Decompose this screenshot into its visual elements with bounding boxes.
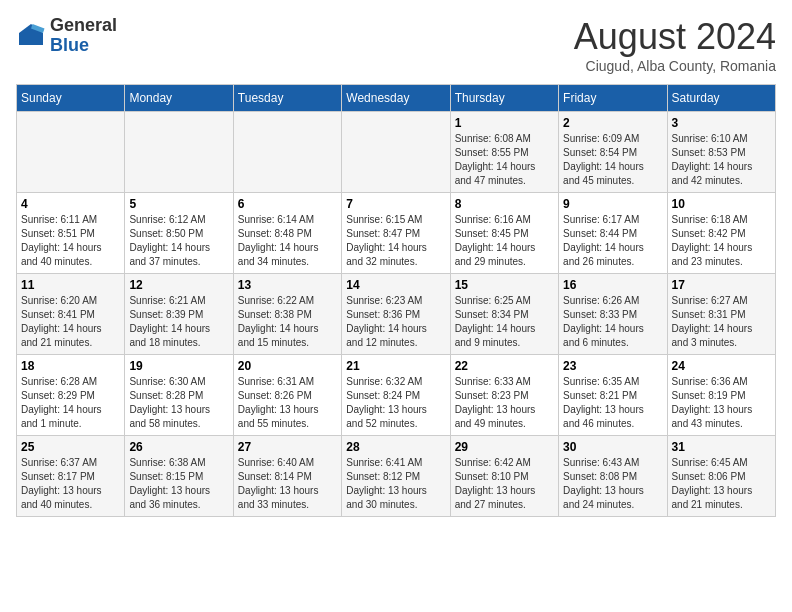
day-cell: 25Sunrise: 6:37 AM Sunset: 8:17 PM Dayli… (17, 436, 125, 517)
day-cell: 21Sunrise: 6:32 AM Sunset: 8:24 PM Dayli… (342, 355, 450, 436)
day-info: Sunrise: 6:42 AM Sunset: 8:10 PM Dayligh… (455, 456, 554, 512)
day-cell: 10Sunrise: 6:18 AM Sunset: 8:42 PM Dayli… (667, 193, 775, 274)
day-number: 20 (238, 359, 337, 373)
day-info: Sunrise: 6:08 AM Sunset: 8:55 PM Dayligh… (455, 132, 554, 188)
day-number: 5 (129, 197, 228, 211)
day-info: Sunrise: 6:41 AM Sunset: 8:12 PM Dayligh… (346, 456, 445, 512)
day-info: Sunrise: 6:36 AM Sunset: 8:19 PM Dayligh… (672, 375, 771, 431)
logo-blue-text: Blue (50, 36, 117, 56)
day-number: 28 (346, 440, 445, 454)
day-cell: 28Sunrise: 6:41 AM Sunset: 8:12 PM Dayli… (342, 436, 450, 517)
day-info: Sunrise: 6:38 AM Sunset: 8:15 PM Dayligh… (129, 456, 228, 512)
calendar-body: 1Sunrise: 6:08 AM Sunset: 8:55 PM Daylig… (17, 112, 776, 517)
day-info: Sunrise: 6:10 AM Sunset: 8:53 PM Dayligh… (672, 132, 771, 188)
day-info: Sunrise: 6:31 AM Sunset: 8:26 PM Dayligh… (238, 375, 337, 431)
day-number: 3 (672, 116, 771, 130)
header-sunday: Sunday (17, 85, 125, 112)
header-friday: Friday (559, 85, 667, 112)
day-cell: 15Sunrise: 6:25 AM Sunset: 8:34 PM Dayli… (450, 274, 558, 355)
day-cell: 30Sunrise: 6:43 AM Sunset: 8:08 PM Dayli… (559, 436, 667, 517)
day-info: Sunrise: 6:32 AM Sunset: 8:24 PM Dayligh… (346, 375, 445, 431)
day-number: 13 (238, 278, 337, 292)
day-info: Sunrise: 6:33 AM Sunset: 8:23 PM Dayligh… (455, 375, 554, 431)
day-cell (17, 112, 125, 193)
day-info: Sunrise: 6:26 AM Sunset: 8:33 PM Dayligh… (563, 294, 662, 350)
calendar-header: SundayMondayTuesdayWednesdayThursdayFrid… (17, 85, 776, 112)
header-tuesday: Tuesday (233, 85, 341, 112)
day-cell: 22Sunrise: 6:33 AM Sunset: 8:23 PM Dayli… (450, 355, 558, 436)
day-number: 12 (129, 278, 228, 292)
day-cell: 8Sunrise: 6:16 AM Sunset: 8:45 PM Daylig… (450, 193, 558, 274)
day-cell: 18Sunrise: 6:28 AM Sunset: 8:29 PM Dayli… (17, 355, 125, 436)
day-info: Sunrise: 6:11 AM Sunset: 8:51 PM Dayligh… (21, 213, 120, 269)
day-cell (342, 112, 450, 193)
day-number: 17 (672, 278, 771, 292)
week-row-1: 1Sunrise: 6:08 AM Sunset: 8:55 PM Daylig… (17, 112, 776, 193)
day-number: 21 (346, 359, 445, 373)
day-cell: 13Sunrise: 6:22 AM Sunset: 8:38 PM Dayli… (233, 274, 341, 355)
day-number: 14 (346, 278, 445, 292)
day-info: Sunrise: 6:22 AM Sunset: 8:38 PM Dayligh… (238, 294, 337, 350)
day-cell: 17Sunrise: 6:27 AM Sunset: 8:31 PM Dayli… (667, 274, 775, 355)
day-cell: 19Sunrise: 6:30 AM Sunset: 8:28 PM Dayli… (125, 355, 233, 436)
day-number: 30 (563, 440, 662, 454)
week-row-3: 11Sunrise: 6:20 AM Sunset: 8:41 PM Dayli… (17, 274, 776, 355)
calendar-table: SundayMondayTuesdayWednesdayThursdayFrid… (16, 84, 776, 517)
day-number: 10 (672, 197, 771, 211)
day-info: Sunrise: 6:12 AM Sunset: 8:50 PM Dayligh… (129, 213, 228, 269)
month-year-title: August 2024 (574, 16, 776, 58)
day-cell: 11Sunrise: 6:20 AM Sunset: 8:41 PM Dayli… (17, 274, 125, 355)
day-number: 31 (672, 440, 771, 454)
day-number: 22 (455, 359, 554, 373)
header-saturday: Saturday (667, 85, 775, 112)
day-info: Sunrise: 6:20 AM Sunset: 8:41 PM Dayligh… (21, 294, 120, 350)
day-number: 8 (455, 197, 554, 211)
day-cell: 4Sunrise: 6:11 AM Sunset: 8:51 PM Daylig… (17, 193, 125, 274)
day-number: 18 (21, 359, 120, 373)
day-number: 19 (129, 359, 228, 373)
day-cell: 14Sunrise: 6:23 AM Sunset: 8:36 PM Dayli… (342, 274, 450, 355)
week-row-5: 25Sunrise: 6:37 AM Sunset: 8:17 PM Dayli… (17, 436, 776, 517)
day-cell: 27Sunrise: 6:40 AM Sunset: 8:14 PM Dayli… (233, 436, 341, 517)
week-row-2: 4Sunrise: 6:11 AM Sunset: 8:51 PM Daylig… (17, 193, 776, 274)
day-cell: 2Sunrise: 6:09 AM Sunset: 8:54 PM Daylig… (559, 112, 667, 193)
header-row: SundayMondayTuesdayWednesdayThursdayFrid… (17, 85, 776, 112)
day-cell: 6Sunrise: 6:14 AM Sunset: 8:48 PM Daylig… (233, 193, 341, 274)
day-cell: 3Sunrise: 6:10 AM Sunset: 8:53 PM Daylig… (667, 112, 775, 193)
day-number: 2 (563, 116, 662, 130)
header-monday: Monday (125, 85, 233, 112)
location-subtitle: Ciugud, Alba County, Romania (574, 58, 776, 74)
day-info: Sunrise: 6:28 AM Sunset: 8:29 PM Dayligh… (21, 375, 120, 431)
day-number: 25 (21, 440, 120, 454)
day-cell: 5Sunrise: 6:12 AM Sunset: 8:50 PM Daylig… (125, 193, 233, 274)
day-info: Sunrise: 6:30 AM Sunset: 8:28 PM Dayligh… (129, 375, 228, 431)
day-info: Sunrise: 6:15 AM Sunset: 8:47 PM Dayligh… (346, 213, 445, 269)
day-info: Sunrise: 6:35 AM Sunset: 8:21 PM Dayligh… (563, 375, 662, 431)
day-cell: 23Sunrise: 6:35 AM Sunset: 8:21 PM Dayli… (559, 355, 667, 436)
day-number: 6 (238, 197, 337, 211)
day-info: Sunrise: 6:40 AM Sunset: 8:14 PM Dayligh… (238, 456, 337, 512)
logo-icon (16, 21, 46, 51)
day-number: 11 (21, 278, 120, 292)
day-number: 7 (346, 197, 445, 211)
day-info: Sunrise: 6:23 AM Sunset: 8:36 PM Dayligh… (346, 294, 445, 350)
day-number: 23 (563, 359, 662, 373)
day-number: 16 (563, 278, 662, 292)
page-header: General Blue August 2024 Ciugud, Alba Co… (16, 16, 776, 74)
day-cell: 24Sunrise: 6:36 AM Sunset: 8:19 PM Dayli… (667, 355, 775, 436)
day-info: Sunrise: 6:16 AM Sunset: 8:45 PM Dayligh… (455, 213, 554, 269)
day-info: Sunrise: 6:18 AM Sunset: 8:42 PM Dayligh… (672, 213, 771, 269)
day-number: 24 (672, 359, 771, 373)
day-cell: 9Sunrise: 6:17 AM Sunset: 8:44 PM Daylig… (559, 193, 667, 274)
day-cell (125, 112, 233, 193)
header-thursday: Thursday (450, 85, 558, 112)
day-info: Sunrise: 6:37 AM Sunset: 8:17 PM Dayligh… (21, 456, 120, 512)
day-cell: 20Sunrise: 6:31 AM Sunset: 8:26 PM Dayli… (233, 355, 341, 436)
day-info: Sunrise: 6:45 AM Sunset: 8:06 PM Dayligh… (672, 456, 771, 512)
title-block: August 2024 Ciugud, Alba County, Romania (574, 16, 776, 74)
day-cell: 26Sunrise: 6:38 AM Sunset: 8:15 PM Dayli… (125, 436, 233, 517)
day-info: Sunrise: 6:21 AM Sunset: 8:39 PM Dayligh… (129, 294, 228, 350)
day-cell (233, 112, 341, 193)
day-info: Sunrise: 6:43 AM Sunset: 8:08 PM Dayligh… (563, 456, 662, 512)
header-wednesday: Wednesday (342, 85, 450, 112)
